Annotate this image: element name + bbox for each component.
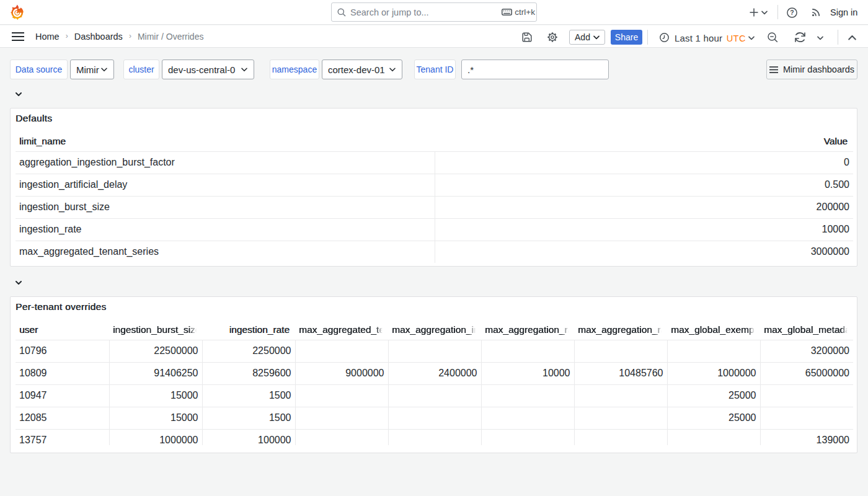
svg-text:?: ? [790,9,794,16]
